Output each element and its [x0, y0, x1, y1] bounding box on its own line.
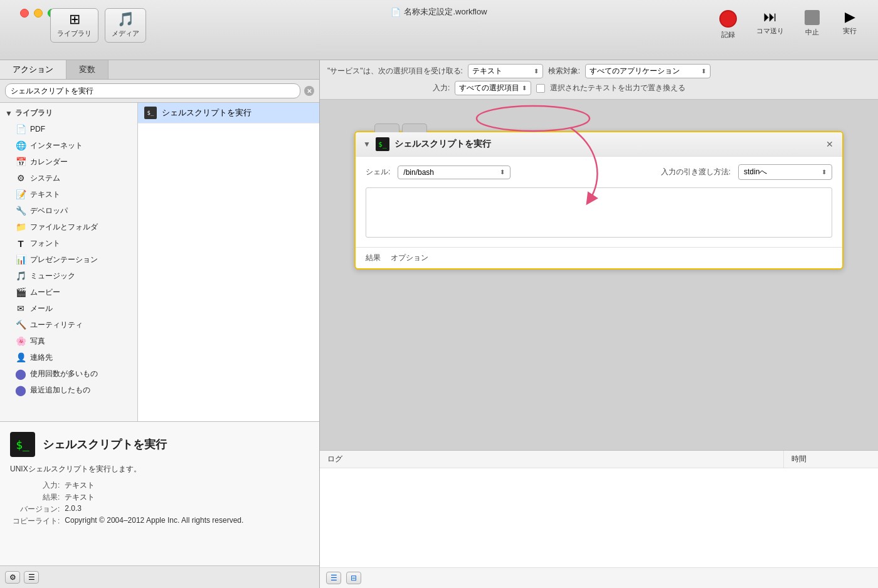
- action-card-header: ▼ $_ シェルスクリプトを実行 ✕: [356, 132, 842, 157]
- desc-body: UNIXシェルスクリプトを実行します。: [10, 463, 309, 475]
- add-button[interactable]: ⚙: [5, 571, 20, 584]
- desc-header: $_ シェルスクリプトを実行: [10, 432, 309, 457]
- input-pass-select[interactable]: stdinへ ⬍: [738, 164, 832, 180]
- log-col-log: ログ: [320, 451, 784, 468]
- action-card-chevron-icon: ▼: [363, 140, 371, 149]
- sidebar-section-library[interactable]: ▼ ライブラリ: [0, 105, 137, 121]
- log-list-button[interactable]: ☰: [326, 572, 341, 584]
- sidebar-item-internet[interactable]: 🌐 インターネット: [0, 137, 137, 154]
- connector-tab-2: [402, 123, 427, 132]
- service-row-1: "サービス"は、次の選択項目を受け取る: テキスト ⬍ 検索対象: すべてのアプ…: [327, 64, 870, 78]
- sidebar-item-calendar[interactable]: 📅 カレンダー: [0, 154, 137, 170]
- close-button[interactable]: [20, 9, 29, 18]
- script-textarea[interactable]: [366, 187, 832, 238]
- input-label: 入力:: [433, 83, 450, 93]
- chevron-updown-icon-shell: ⬍: [500, 169, 505, 176]
- step-label: コマ送り: [756, 26, 784, 36]
- shell-label: シェル:: [366, 167, 390, 177]
- version-label: バージョン:: [10, 503, 62, 515]
- connector-tabs: [374, 123, 427, 132]
- contacts-icon: 👤: [15, 352, 26, 363]
- list-button[interactable]: ☰: [24, 571, 39, 584]
- chevron-updown-icon-pass: ⬍: [822, 169, 827, 176]
- sidebar-item-recently-added[interactable]: ⬤ 最近追加したもの: [0, 382, 137, 398]
- music-icon: 🎵: [15, 270, 26, 281]
- shell-select[interactable]: /bin/bash ⬍: [398, 165, 510, 179]
- titlebar-center: 📄 名称未定設定.workflow: [391, 6, 487, 18]
- search-target-select[interactable]: すべてのアプリケーション ⬍: [585, 64, 711, 78]
- desc-meta: 入力: テキスト 結果: テキスト バージョン: 2.0.3 コピーライト: C…: [10, 480, 309, 527]
- result-list: $_ シェルスクリプトを実行: [138, 103, 319, 421]
- tab-result[interactable]: 結果: [366, 253, 381, 263]
- svg-point-0: [477, 106, 590, 131]
- sidebar-item-music[interactable]: 🎵 ミュージック: [0, 268, 137, 284]
- calendar-icon: 📅: [15, 156, 26, 167]
- description-panel: $_ シェルスクリプトを実行 UNIXシェルスクリプトを実行します。 入力: テ…: [0, 421, 319, 565]
- presentation-icon: 📊: [15, 254, 26, 265]
- pdf-icon: 📄: [15, 123, 26, 135]
- search-bar: ✕: [0, 80, 319, 103]
- mail-icon: ✉: [15, 303, 26, 314]
- service-bar: "サービス"は、次の選択項目を受け取る: テキスト ⬍ 検索対象: すべてのアプ…: [320, 60, 878, 100]
- titlebar: ⊞ ライブラリ 🎵 メディア 📄 名称未定設定.workflow 記録 ⏭ コマ…: [0, 0, 878, 60]
- sidebar-item-photos[interactable]: 🌸 写真: [0, 333, 137, 349]
- sidebar-item-text[interactable]: 📝 テキスト: [0, 186, 137, 202]
- log-content: [320, 468, 878, 567]
- text-icon: 📝: [15, 189, 26, 200]
- run-icon: ▶: [845, 10, 855, 24]
- sidebar-item-pdf[interactable]: 📄 PDF: [0, 121, 137, 137]
- tab-action[interactable]: アクション: [0, 60, 66, 79]
- search-target-label: 検索対象:: [548, 66, 580, 76]
- sidebar-item-movie[interactable]: 🎬 ムービー: [0, 284, 137, 300]
- step-icon: ⏭: [763, 10, 777, 24]
- search-clear-button[interactable]: ✕: [304, 86, 314, 96]
- developer-icon: 🔧: [15, 205, 26, 216]
- connector-tab-1: [374, 123, 399, 132]
- left-top: ▼ ライブラリ 📄 PDF 🌐 インターネット 📅 カレンダー ⚙ シ: [0, 103, 319, 421]
- tab-variable[interactable]: 変数: [66, 60, 108, 79]
- most-used-icon: ⬤: [15, 368, 26, 379]
- utility-icon: 🔨: [15, 319, 26, 330]
- workflow-canvas: ▼ $_ シェルスクリプトを実行 ✕ シェル: /bin/bash ⬍ 入力の引…: [320, 100, 878, 450]
- log-col-time: 時間: [784, 451, 878, 468]
- result-item-shell[interactable]: $_ シェルスクリプトを実行: [138, 103, 319, 123]
- tab-bar: アクション 変数: [0, 60, 319, 80]
- library-button[interactable]: ⊞ ライブラリ: [50, 8, 98, 43]
- action-card-close-button[interactable]: ✕: [825, 139, 835, 149]
- right-panel: "サービス"は、次の選択項目を受け取る: テキスト ⬍ 検索対象: すべてのアプ…: [320, 60, 878, 588]
- chevron-updown-icon-2: ⬍: [701, 68, 706, 75]
- stop-button[interactable]: 中止: [796, 6, 828, 41]
- action-card: ▼ $_ シェルスクリプトを実行 ✕ シェル: /bin/bash ⬍ 入力の引…: [354, 131, 844, 270]
- run-button[interactable]: ▶ 実行: [834, 6, 865, 39]
- version-value: 2.0.3: [62, 503, 246, 515]
- input-select[interactable]: すべての選択項目 ⬍: [455, 81, 531, 95]
- sidebar-item-system[interactable]: ⚙ システム: [0, 170, 137, 186]
- sidebar-item-utility[interactable]: 🔨 ユーティリティ: [0, 317, 137, 333]
- step-button[interactable]: ⏭ コマ送り: [750, 6, 790, 39]
- log-grid-button[interactable]: ⊟: [346, 572, 361, 584]
- sidebar-item-contacts[interactable]: 👤 連絡先: [0, 349, 137, 365]
- window-title: 📄 名称未定設定.workflow: [391, 6, 487, 18]
- desc-title: シェルスクリプトを実行: [43, 437, 167, 452]
- sidebar-item-most-used[interactable]: ⬤ 使用回数が多いもの: [0, 365, 137, 382]
- stop-label: 中止: [805, 28, 819, 37]
- sidebar-item-presentation[interactable]: 📊 プレゼンテーション: [0, 251, 137, 268]
- toolbar-left: ⊞ ライブラリ 🎵 メディア: [38, 3, 159, 48]
- log-footer: ☰ ⊟: [320, 567, 878, 588]
- record-button[interactable]: 記録: [712, 6, 744, 43]
- replace-checkbox[interactable]: [536, 84, 545, 93]
- action-card-body: シェル: /bin/bash ⬍ 入力の引き渡し方法: stdinへ ⬍: [356, 157, 842, 247]
- sidebar-item-files[interactable]: 📁 ファイルとフォルダ: [0, 219, 137, 235]
- receives-select[interactable]: テキスト ⬍: [468, 64, 543, 78]
- sidebar-item-developer[interactable]: 🔧 デベロッパ: [0, 202, 137, 219]
- tab-options[interactable]: オプション: [391, 253, 428, 263]
- chevron-down-icon: ▼: [5, 109, 13, 118]
- copyright-label: コピーライト:: [10, 515, 62, 527]
- media-button[interactable]: 🎵 メディア: [105, 8, 146, 43]
- search-input[interactable]: [5, 83, 300, 98]
- internet-icon: 🌐: [15, 140, 26, 151]
- result-item-shell-icon: $_: [144, 107, 157, 119]
- fonts-icon: T: [15, 238, 26, 249]
- sidebar-item-mail[interactable]: ✉ メール: [0, 300, 137, 317]
- sidebar-item-fonts[interactable]: T フォント: [0, 235, 137, 251]
